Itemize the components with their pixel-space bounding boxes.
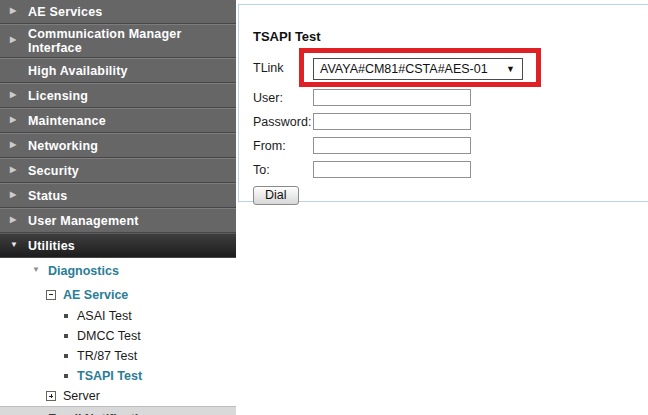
square-bullet-icon	[64, 334, 68, 338]
user-row: User:	[253, 89, 648, 106]
sidebar-item-utilities[interactable]: ▼ Utilities	[0, 233, 236, 258]
chevron-down-icon: ▼	[32, 265, 48, 274]
submenu-item-label: Server	[63, 389, 100, 403]
square-bullet-icon	[64, 314, 68, 318]
submenu-item-asai-test[interactable]: ASAI Test	[0, 306, 236, 326]
sidebar-item-label: High Availability	[28, 64, 128, 78]
page-title: TSAPI Test	[253, 29, 648, 44]
tlink-selected-value: AVAYA#CM81#CSTA#AES-01	[320, 62, 488, 76]
password-label: Password:	[253, 115, 313, 129]
submenu-item-tsapi-test[interactable]: TSAPI Test	[0, 366, 236, 386]
tsapi-test-panel: TSAPI Test TLink AVAYA#CM81#CSTA#AES-01 …	[238, 4, 648, 202]
submenu-item-tr87-test[interactable]: TR/87 Test	[0, 346, 236, 366]
submenu-item-label: TSAPI Test	[77, 369, 142, 383]
sidebar-item-licensing[interactable]: ▶ Licensing	[0, 83, 236, 108]
submenu-item-ae-service[interactable]: AE Service	[0, 283, 236, 306]
utilities-submenu: ▼ Diagnostics AE Service ASAI Test DMCC …	[0, 258, 236, 406]
sidebar-item-label: Utilities	[28, 239, 75, 253]
chevron-right-icon: ▶	[10, 90, 28, 99]
dropdown-caret-icon: ▼	[506, 64, 515, 74]
submenu-item-dmcc-test[interactable]: DMCC Test	[0, 326, 236, 346]
chevron-right-icon: ▶	[10, 6, 28, 15]
sidebar-item-high-availability[interactable]: High Availability	[0, 58, 236, 83]
sidebar-item-label: Maintenance	[28, 114, 106, 128]
submenu-item-label: AE Service	[63, 288, 128, 302]
submenu-item-diagnostics[interactable]: ▼ Diagnostics	[0, 258, 236, 283]
sidebar-item-status[interactable]: ▶ Status	[0, 183, 236, 208]
sidebar-item-label: User Management	[28, 214, 139, 228]
user-label: User:	[253, 91, 313, 105]
chevron-right-icon: ▶	[10, 33, 28, 47]
submenu-item-label: DMCC Test	[77, 329, 141, 343]
sidebar-item-networking[interactable]: ▶ Networking	[0, 133, 236, 158]
red-highlight-annotation: AVAYA#CM81#CSTA#AES-01 ▼	[299, 48, 541, 87]
sidebar-item-label: Networking	[28, 139, 98, 153]
tlink-select[interactable]: AVAYA#CM81#CSTA#AES-01 ▼	[313, 58, 523, 80]
sidebar-item-label: Communication Manager Interface	[28, 27, 236, 55]
chevron-right-icon: ▶	[10, 115, 28, 124]
expand-plus-icon[interactable]	[46, 391, 56, 401]
submenu-item-server[interactable]: Server	[0, 386, 236, 406]
from-row: From:	[253, 137, 648, 154]
sidebar-item-maintenance[interactable]: ▶ Maintenance	[0, 108, 236, 133]
chevron-down-icon: ▼	[10, 240, 28, 249]
sidebar-item-label: AE Services	[28, 5, 102, 19]
dial-button[interactable]: Dial	[253, 186, 299, 205]
from-label: From:	[253, 139, 313, 153]
chevron-right-icon: ▶	[10, 165, 28, 174]
sidebar-item-ae-services[interactable]: ▶ AE Services	[0, 0, 236, 24]
user-input[interactable]	[313, 89, 471, 106]
submenu-item-label: ASAI Test	[77, 309, 132, 323]
password-row: Password:	[253, 113, 648, 130]
submenu-item-label: Diagnostics	[48, 264, 119, 278]
sidebar-item-label: Status	[28, 189, 67, 203]
sidebar-item-communication-manager-interface[interactable]: ▶ Communication Manager Interface	[0, 24, 236, 58]
chevron-right-icon: ▶	[10, 190, 28, 199]
collapse-minus-icon[interactable]	[46, 290, 56, 300]
sidebar-item-label: Licensing	[28, 89, 88, 103]
sidebar-item-user-management[interactable]: ▶ User Management	[0, 208, 236, 233]
square-bullet-icon	[64, 374, 68, 378]
sidebar-item-email-notification[interactable]: Email Notification	[0, 406, 236, 415]
submenu-item-label: TR/87 Test	[77, 349, 137, 363]
from-input[interactable]	[313, 137, 471, 154]
chevron-right-icon: ▶	[10, 140, 28, 149]
sidebar-item-security[interactable]: ▶ Security	[0, 158, 236, 183]
sidebar-item-label: Security	[28, 164, 79, 178]
to-input[interactable]	[313, 161, 471, 178]
sidebar-nav: ▶ AE Services ▶ Communication Manager In…	[0, 0, 236, 415]
tlink-row: TLink AVAYA#CM81#CSTA#AES-01 ▼	[253, 48, 648, 87]
to-label: To:	[253, 163, 313, 177]
to-row: To:	[253, 161, 648, 178]
password-input[interactable]	[313, 113, 471, 130]
square-bullet-icon	[64, 354, 68, 358]
chevron-right-icon: ▶	[10, 215, 28, 224]
tsapi-test-form: TLink AVAYA#CM81#CSTA#AES-01 ▼ User: Pas…	[253, 48, 648, 205]
